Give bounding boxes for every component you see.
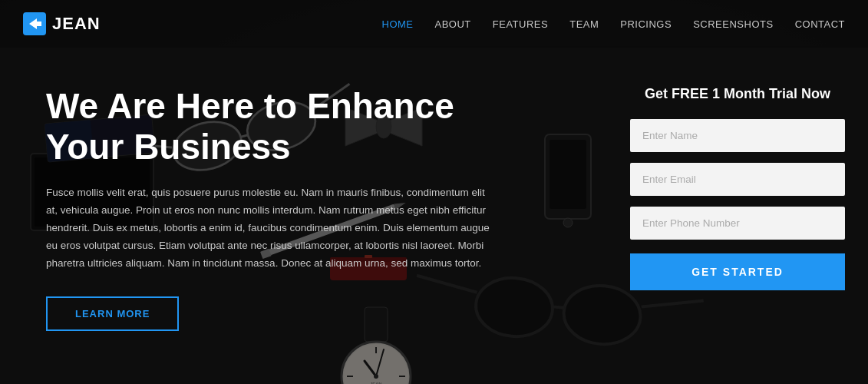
nav-item-contact[interactable]: CONTACT <box>795 17 845 31</box>
hero-section: JEAN <box>0 0 868 384</box>
nav-link-contact[interactable]: CONTACT <box>795 18 845 30</box>
form-title: Get FREE 1 Month Trial Now <box>630 86 845 102</box>
nav-link-pricings[interactable]: PRICINGS <box>620 18 672 30</box>
hero-title-line2: Your Business <box>46 127 291 167</box>
hero-title: We Are Here to Enhance Your Business <box>46 86 522 167</box>
nav-link-team[interactable]: TEAM <box>569 18 599 30</box>
nav-item-about[interactable]: ABOUT <box>435 17 471 31</box>
nav-item-home[interactable]: HOME <box>382 17 414 31</box>
email-field-group <box>630 163 845 196</box>
hero-content: We Are Here to Enhance Your Business Fus… <box>46 48 522 331</box>
phone-field-group <box>630 207 845 240</box>
email-input[interactable] <box>630 163 845 196</box>
nav-link-about[interactable]: ABOUT <box>435 18 471 30</box>
nav-links: HOME ABOUT FEATURES TEAM PRICINGS SCREEN… <box>382 17 846 31</box>
logo-text: JEAN <box>52 14 101 34</box>
navbar: JEAN HOME ABOUT FEATURES TEAM PRICINGS S… <box>0 0 868 48</box>
nav-item-pricings[interactable]: PRICINGS <box>620 17 672 31</box>
nav-item-screenshots[interactable]: SCREENSHOTS <box>693 17 773 31</box>
name-field-group <box>630 119 845 152</box>
nav-item-features[interactable]: FEATURES <box>493 17 548 31</box>
nav-item-team[interactable]: TEAM <box>569 17 599 31</box>
nav-link-home[interactable]: HOME <box>382 18 414 30</box>
phone-input[interactable] <box>630 207 845 240</box>
hero-title-line1: We Are Here to Enhance <box>46 86 454 126</box>
name-input[interactable] <box>630 119 845 152</box>
nav-link-features[interactable]: FEATURES <box>493 18 548 30</box>
hero-description: Fusce mollis velit erat, quis posuere pu… <box>46 184 491 273</box>
logo[interactable]: JEAN <box>23 12 101 35</box>
logo-icon <box>23 12 46 35</box>
get-started-button[interactable]: GET STARTED <box>630 253 845 290</box>
learn-more-button[interactable]: LEARN MORE <box>46 296 179 331</box>
nav-link-screenshots[interactable]: SCREENSHOTS <box>693 18 773 30</box>
trial-form-container: Get FREE 1 Month Trial Now GET STARTED <box>630 48 845 290</box>
